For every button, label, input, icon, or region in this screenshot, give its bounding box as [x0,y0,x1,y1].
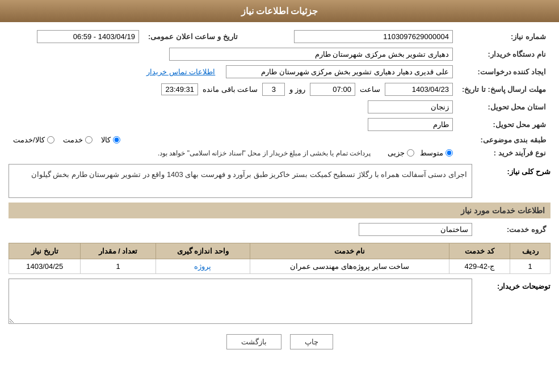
send-day-value: 3 [262,83,285,96]
send-time-value: 07:00 [310,83,355,96]
buyer-org-label: نام دستگاه خریدار: [457,45,550,63]
col-header-name: نام خدمت [250,243,449,259]
table-row: 1 ج-42-429 ساخت سایر پروژه‌های مهندسی عم… [9,259,550,274]
category-option-kala-khedmat[interactable]: کالا/خدمت [13,136,54,144]
cell-row: 1 [510,259,550,274]
col-header-unit: واحد اندازه گیری [155,243,250,259]
category-option-khedmat[interactable]: خدمت [63,136,93,144]
payment-note: پرداخت تمام یا بخشی از مبلغ خریدار از مح… [158,149,371,157]
creator-label: ایجاد کننده درخواست: [457,63,550,81]
description-label: شرح کلی نیاز: [477,164,550,176]
service-group-value: ساختمان [359,223,472,236]
send-remaining-label: ساعت باقی مانده [203,85,258,94]
procedure-option-motavaset[interactable]: متوسط [420,149,453,157]
col-header-row: ردیف [510,243,550,259]
buyer-notes-label: توضیحات خریدار: [477,279,550,290]
send-date-value: 1403/04/23 [385,83,453,96]
category-radio-group: کالا/خدمت خدمت کالا [13,136,453,144]
cell-unit: پروژه [155,259,250,274]
service-group-label: گروه خدمت: [477,221,550,238]
cell-date: 1403/04/25 [9,259,81,274]
need-number-value: 1103097629000004 [294,30,453,43]
send-time-label: ساعت [360,85,380,94]
back-button[interactable]: بازگشت [226,334,281,349]
buyer-notes-textarea[interactable] [9,279,472,324]
send-date-label: مهلت ارسال پاسخ: تا تاریخ: [457,81,550,98]
cell-name: ساخت سایر پروژه‌های مهندسی عمران [250,259,449,274]
announcement-date-label: تاریخ و ساعت اعلان عمومی: [144,28,242,45]
services-table: ردیف کد خدمت نام خدمت واحد اندازه گیری ت… [9,243,550,274]
procedure-label: نوع فرآیند خرید : [457,146,550,159]
send-timer-value: 23:49:31 [161,83,198,95]
print-button[interactable]: چاپ [290,334,333,349]
col-header-code: کد خدمت [449,243,510,259]
category-label-kala: کالا [101,136,111,144]
category-label: طبقه بندی موضوعی: [457,133,550,146]
category-option-kala[interactable]: کالا [101,136,120,144]
province-value: زنجان [368,100,453,113]
city-value: طارم [368,118,453,131]
announcement-date-value: 1403/04/19 - 06:59 [37,30,139,43]
services-section-label: اطلاعات خدمات مورد نیاز [9,203,550,218]
contact-link[interactable]: اطلاعات تماس خریدار [146,68,215,76]
procedure-label-jozii: جزیی [388,149,405,157]
cell-code: ج-42-429 [449,259,510,274]
creator-value: علی قدیری دهیار دهیاری تشویر بخش مرکزی ش… [226,65,453,78]
procedure-option-jozii[interactable]: جزیی [388,149,414,157]
col-header-date: تاریخ نیاز [9,243,81,259]
send-day-label: روز و [289,85,305,94]
category-label-kala-khedmat: کالا/خدمت [13,136,45,144]
city-label: شهر محل تحویل: [457,116,550,133]
description-value: اجرای دستی آسفالت همراه با رگلاژ تسطیح ک… [9,164,472,198]
button-row: چاپ بازگشت [9,334,550,349]
category-label-khedmat: خدمت [63,136,83,144]
col-header-qty: تعداد / مقدار [81,243,155,259]
procedure-label-motavaset: متوسط [420,149,443,157]
buyer-org-value: دهیاری تشویر بخش مرکزی شهرستان طارم [169,48,453,61]
need-number-label: شماره نیاز: [457,28,550,45]
province-label: استان محل تحویل: [457,98,550,116]
page-title: جزئیات اطلاعات نیاز [241,6,318,16]
page-header: جزئیات اطلاعات نیاز [0,0,559,22]
cell-qty: 1 [81,259,155,274]
